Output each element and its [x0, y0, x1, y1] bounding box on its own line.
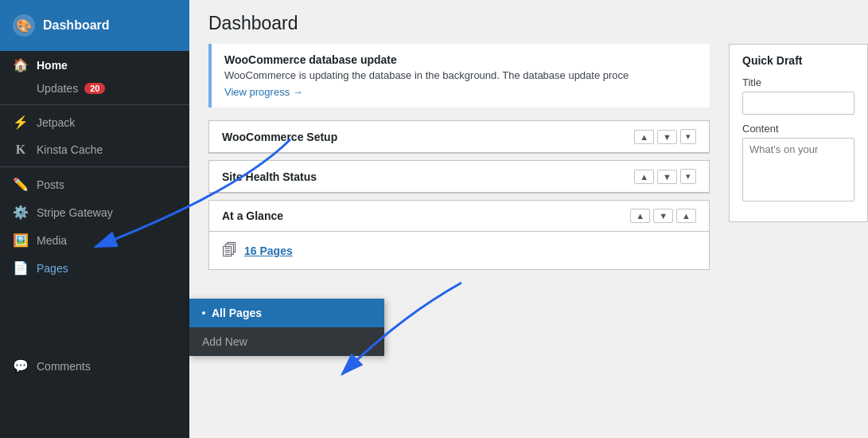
- sidebar-item-comments[interactable]: 💬 Comments: [0, 352, 189, 380]
- site-health-down-btn[interactable]: ▼: [657, 170, 677, 184]
- home-label: Home: [37, 59, 68, 72]
- sidebar: 🎨 Dashboard 🏠 Home Updates 20 ⚡ Jetpack …: [0, 0, 189, 438]
- at-a-glance-header[interactable]: At a Glance ▲ ▼ ▲: [209, 201, 709, 232]
- widget-collapse-down-btn[interactable]: ▼: [657, 130, 677, 144]
- at-a-glance-controls: ▲ ▼ ▲: [630, 209, 696, 223]
- at-a-glance-up-btn[interactable]: ▲: [630, 209, 650, 223]
- woocommerce-notice: WooCommerce database update WooCommerce …: [208, 44, 710, 108]
- main-widgets: WooCommerce database update WooCommerce …: [189, 44, 729, 438]
- updates-badge: 20: [84, 83, 105, 94]
- content-textarea[interactable]: [742, 138, 854, 201]
- site-health-title: Site Health Status: [222, 170, 317, 183]
- page-header: Dashboard: [189, 0, 868, 44]
- main-content: Dashboard WooCommerce database update Wo…: [189, 0, 868, 438]
- woocommerce-setup-controls: ▲ ▼ ▾: [634, 129, 696, 144]
- stripe-label: Stripe Gateway: [37, 206, 113, 219]
- at-a-glance-content: 🗐 16 Pages: [209, 232, 709, 269]
- at-a-glance-down-btn[interactable]: ▼: [653, 209, 673, 223]
- kinsta-icon: K: [13, 143, 29, 157]
- sidebar-item-updates[interactable]: Updates 20: [0, 79, 189, 101]
- at-a-glance-title: At a Glance: [222, 209, 283, 222]
- sidebar-item-posts[interactable]: ✏️ Posts: [0, 170, 189, 198]
- content-area: WooCommerce database update WooCommerce …: [189, 44, 868, 438]
- submenu-all-pages[interactable]: All Pages: [189, 299, 384, 327]
- sidebar-header[interactable]: 🎨 Dashboard: [0, 0, 189, 51]
- media-label: Media: [37, 234, 67, 247]
- divider-2: [0, 166, 189, 167]
- woocommerce-setup-title: WooCommerce Setup: [222, 131, 337, 143]
- view-progress-link[interactable]: View progress →: [224, 86, 303, 98]
- site-health-up-btn[interactable]: ▲: [634, 170, 654, 184]
- site-health-hide-btn[interactable]: ▾: [680, 169, 696, 184]
- site-health-controls: ▲ ▼ ▾: [634, 169, 696, 184]
- dashboard-icon: 🎨: [13, 14, 35, 37]
- comments-icon: 💬: [13, 358, 29, 373]
- at-a-glance-widget: At a Glance ▲ ▼ ▲ 🗐 16 Pages: [208, 200, 710, 270]
- notice-title: WooCommerce database update: [224, 53, 697, 66]
- kinsta-label: Kinsta Cache: [37, 143, 103, 156]
- at-a-glance-hide-btn[interactable]: ▲: [676, 209, 696, 223]
- woocommerce-setup-header[interactable]: WooCommerce Setup ▲ ▼ ▾: [209, 121, 709, 153]
- notice-text: WooCommerce is updating the database in …: [224, 69, 697, 81]
- pages-count-link[interactable]: 16 Pages: [244, 244, 293, 257]
- all-pages-label: All Pages: [212, 307, 262, 319]
- page-title: Dashboard: [208, 13, 849, 34]
- sidebar-item-jetpack[interactable]: ⚡ Jetpack: [0, 108, 189, 136]
- jetpack-label: Jetpack: [37, 116, 75, 129]
- widget-collapse-up-btn[interactable]: ▲: [634, 130, 654, 144]
- posts-label: Posts: [37, 178, 64, 191]
- widget-hide-btn[interactable]: ▾: [680, 129, 696, 144]
- pages-icon: 📄: [13, 260, 29, 276]
- stripe-icon: ⚙️: [13, 205, 29, 220]
- updates-label: Updates: [37, 82, 78, 95]
- pages-label: Pages: [37, 262, 68, 275]
- jetpack-icon: ⚡: [13, 115, 29, 130]
- media-icon: 🖼️: [13, 233, 29, 248]
- home-icon: 🏠: [13, 57, 29, 72]
- sidebar-item-home[interactable]: 🏠 Home: [0, 51, 189, 79]
- quick-draft-title: Quick Draft: [742, 54, 854, 67]
- quick-draft-panel: Quick Draft Title Content: [729, 44, 868, 222]
- sidebar-item-kinsta-cache[interactable]: K Kinsta Cache: [0, 136, 189, 163]
- add-new-label: Add New: [202, 335, 247, 348]
- title-label: Title: [742, 76, 854, 88]
- content-label: Content: [742, 123, 854, 135]
- sidebar-item-pages[interactable]: 📄 Pages: [0, 254, 189, 282]
- divider-1: [0, 104, 189, 105]
- posts-icon: ✏️: [13, 177, 29, 192]
- site-health-widget: Site Health Status ▲ ▼ ▾: [208, 160, 710, 194]
- woocommerce-setup-widget: WooCommerce Setup ▲ ▼ ▾: [208, 120, 710, 154]
- sidebar-item-media[interactable]: 🖼️ Media: [0, 226, 189, 254]
- pages-copy-icon: 🗐: [222, 241, 238, 260]
- sidebar-item-stripe-gateway[interactable]: ⚙️ Stripe Gateway: [0, 198, 189, 226]
- title-input[interactable]: [742, 92, 854, 115]
- site-health-header[interactable]: Site Health Status ▲ ▼ ▾: [209, 161, 709, 193]
- sidebar-header-title: Dashboard: [43, 18, 110, 33]
- submenu-add-new[interactable]: Add New: [189, 327, 384, 356]
- pages-submenu: All Pages Add New: [189, 299, 384, 356]
- comments-label: Comments: [37, 360, 91, 373]
